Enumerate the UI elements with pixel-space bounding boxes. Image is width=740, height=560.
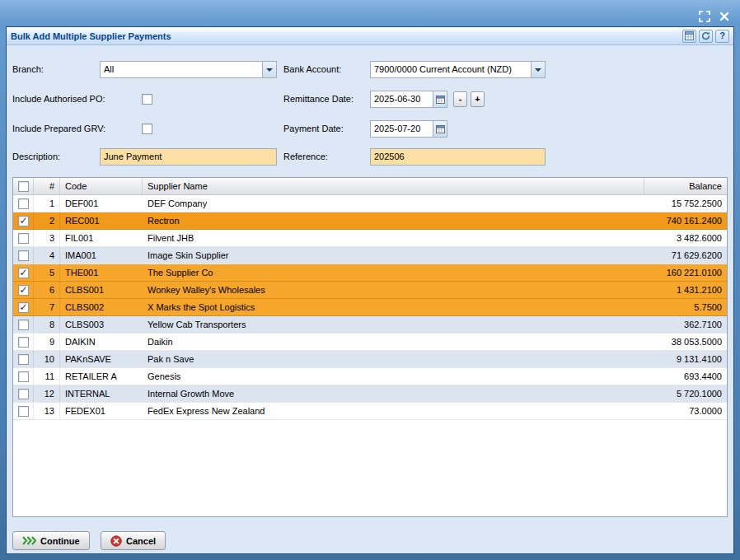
row-checkbox-cell (13, 385, 34, 402)
remittance-date-input[interactable] (371, 91, 433, 107)
row-checkbox-cell (13, 195, 34, 212)
red-x-circle-icon (110, 535, 122, 547)
refresh-button[interactable] (699, 30, 713, 43)
table-row[interactable]: 10 PAKnSAVE Pak n Save 9 131.4100 (13, 351, 727, 368)
select-all-header-cell (13, 178, 34, 194)
branch-value: All (101, 62, 262, 77)
table-row[interactable]: 2 REC001 Rectron 740 161.2400 (13, 212, 727, 230)
table-row[interactable]: 1 DEF001 DEF Company 15 752.2500 (13, 195, 727, 212)
row-number: 13 (34, 403, 60, 419)
row-checkbox[interactable] (18, 233, 29, 244)
description-field (100, 148, 277, 166)
select-all-checkbox[interactable] (18, 181, 29, 192)
row-checkbox[interactable] (18, 371, 29, 382)
row-balance: 15 752.2500 (644, 195, 727, 212)
reference-field (370, 148, 546, 166)
row-balance: 38 053.5000 (644, 334, 727, 350)
maximize-icon (699, 11, 710, 22)
row-balance: 160 221.0100 (644, 264, 727, 281)
grid-body: 1 DEF001 DEF Company 15 752.2500 2 REC00… (13, 195, 727, 516)
row-supplier-name: The Supplier Co (143, 264, 644, 281)
table-row[interactable]: 11 RETAILER A Genesis 693.4400 (13, 368, 727, 385)
help-icon: ? (719, 31, 725, 40)
table-row[interactable]: 12 INTERNAL Internal Growth Move 5 720.1… (13, 385, 727, 403)
row-number: 3 (34, 230, 60, 246)
row-supplier-name: DEF Company (143, 195, 644, 212)
row-code: THE001 (60, 264, 143, 281)
row-balance: 5.7500 (644, 299, 727, 315)
table-row[interactable]: 4 IMA001 Image Skin Supplier 71 629.6200 (13, 247, 727, 264)
description-input[interactable] (101, 149, 276, 165)
include-prepared-grv-checkbox[interactable] (142, 124, 152, 134)
help-button[interactable]: ? (715, 30, 729, 43)
row-supplier-name: Rectron (143, 212, 644, 229)
row-balance: 3 482.6000 (644, 230, 727, 246)
refresh-icon (701, 31, 710, 40)
row-checkbox[interactable] (18, 198, 29, 209)
row-supplier-name: Internal Growth Move (143, 385, 644, 402)
table-row[interactable]: 3 FIL001 Filvent JHB 3 482.6000 (13, 230, 727, 247)
cancel-button-label: Cancel (126, 536, 156, 546)
export-button[interactable] (682, 30, 696, 43)
table-row[interactable]: 7 CLBS002 X Marks the Spot Logistics 5.7… (13, 299, 727, 316)
row-supplier-name: Image Skin Supplier (143, 247, 644, 264)
table-row[interactable]: 5 THE001 The Supplier Co 160 221.0100 (13, 264, 727, 282)
cancel-button[interactable]: Cancel (101, 531, 166, 550)
date-minus-button[interactable]: - (453, 91, 467, 107)
include-authorised-po-checkbox[interactable] (142, 94, 152, 105)
payment-date-field (370, 120, 447, 138)
remittance-date-label: Remittance Date: (283, 91, 354, 108)
row-balance: 5 720.1000 (644, 385, 727, 402)
reference-input[interactable] (371, 149, 545, 165)
branch-select[interactable]: All (100, 61, 277, 78)
column-header-supplier-name[interactable]: Supplier Name (143, 178, 644, 194)
row-checkbox[interactable] (18, 320, 29, 330)
column-header-balance[interactable]: Balance (644, 178, 727, 194)
calendar-icon (436, 95, 445, 104)
payment-date-input[interactable] (371, 121, 433, 137)
row-code: DEF001 (60, 195, 143, 212)
table-row[interactable]: 13 FEDEX01 FedEx Express New Zealand 73.… (13, 403, 727, 420)
row-checkbox[interactable] (18, 285, 29, 296)
supplier-grid: # Code Supplier Name Balance 1 DEF001 DE… (12, 177, 728, 517)
row-balance: 73.0000 (644, 403, 727, 419)
row-checkbox[interactable] (18, 302, 29, 313)
remittance-date-picker-trigger[interactable] (433, 91, 447, 107)
row-checkbox[interactable] (18, 268, 29, 278)
row-number: 9 (34, 334, 60, 350)
row-code: CLBS002 (60, 299, 143, 315)
include-prepared-grv-label: Include Prepared GRV: (12, 120, 105, 138)
row-checkbox[interactable] (18, 216, 29, 226)
table-row[interactable]: 9 DAIKIN Daikin 38 053.5000 (13, 334, 727, 351)
reference-label: Reference: (283, 148, 328, 166)
calendar-icon (436, 124, 445, 133)
row-balance: 740 161.2400 (644, 212, 727, 229)
close-button[interactable] (717, 9, 732, 24)
bank-account-label: Bank Account: (283, 61, 341, 78)
payment-date-picker-trigger[interactable] (433, 121, 447, 137)
bank-account-select[interactable]: 7900/0000 Current Account (NZD) (370, 61, 546, 78)
maximize-button[interactable] (697, 9, 712, 24)
row-number: 1 (34, 195, 60, 212)
column-header-number[interactable]: # (34, 178, 60, 194)
row-supplier-name: Wonkey Walley's Wholesales (143, 282, 644, 298)
window-titlebar (0, 0, 740, 26)
bank-account-dropdown-trigger[interactable] (531, 62, 545, 77)
row-checkbox[interactable] (18, 406, 29, 417)
column-header-code[interactable]: Code (60, 178, 143, 194)
row-checkbox-cell (13, 264, 34, 281)
continue-button[interactable]: Continue (12, 531, 90, 550)
table-row[interactable]: 8 CLBS003 Yellow Cab Transporters 362.71… (13, 316, 727, 334)
date-plus-button[interactable]: + (471, 91, 485, 107)
row-supplier-name: FedEx Express New Zealand (143, 403, 644, 419)
row-checkbox[interactable] (18, 250, 29, 261)
branch-dropdown-trigger[interactable] (262, 62, 276, 77)
row-checkbox[interactable] (18, 354, 29, 365)
row-number: 10 (34, 351, 60, 367)
row-checkbox[interactable] (18, 337, 29, 348)
row-code: CLBS003 (60, 316, 143, 333)
description-label: Description: (12, 148, 60, 166)
row-code: RETAILER A (60, 368, 143, 385)
table-row[interactable]: 6 CLBS001 Wonkey Walley's Wholesales 1 4… (13, 282, 727, 299)
row-checkbox[interactable] (18, 389, 29, 399)
